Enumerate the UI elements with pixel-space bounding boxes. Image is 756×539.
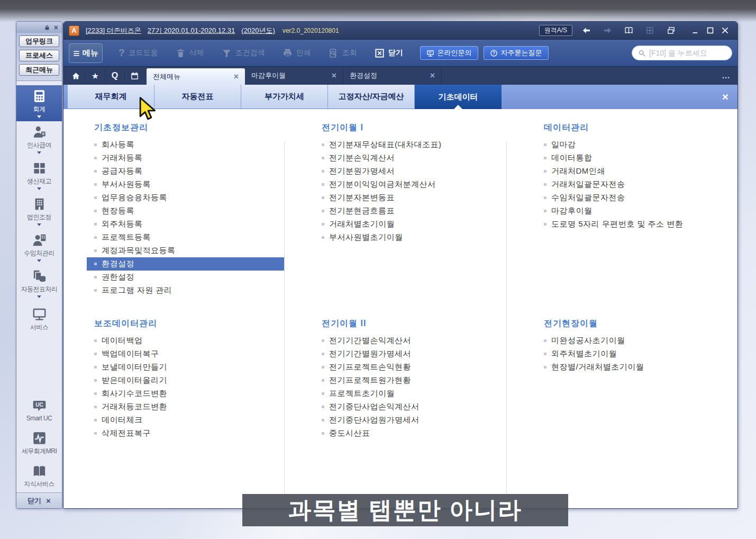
sidebar-module-calculator[interactable]: 회계 — [16, 85, 62, 121]
sidebar-module-building[interactable]: 법인조정 — [16, 193, 62, 229]
global-search[interactable] — [632, 46, 732, 60]
sidebar-button[interactable]: 프로세스 — [19, 50, 59, 61]
menu-item[interactable]: 전기기간별원가명세서 — [314, 347, 506, 361]
bullet-icon — [544, 157, 546, 159]
menu-item[interactable]: 회사기수코드변환 — [87, 387, 284, 400]
sidebar-module-uc-chat[interactable]: UCSmart UC — [16, 394, 62, 427]
menu-item[interactable]: 프로그램 자원 관리 — [87, 284, 284, 297]
menu-item[interactable]: 계정과목및적요등록 — [87, 244, 284, 257]
menu-item[interactable]: 거래처등코드변환 — [87, 400, 284, 414]
menu-item-label: 거래처DM인쇄 — [551, 166, 605, 176]
column-divider — [506, 141, 507, 495]
quick-q-icon[interactable]: Q — [105, 69, 125, 83]
menu-item[interactable]: 현장별/거래처별초기이월 — [536, 361, 737, 374]
sidebar-module-person[interactable]: 인사급여 — [16, 121, 62, 157]
menu-item[interactable]: 일마감 — [536, 138, 737, 151]
menu-item[interactable]: 전기분현금흐름표 — [314, 204, 506, 218]
category-tab[interactable]: 고정자산/자금예산 — [328, 85, 415, 109]
menu-item[interactable]: 전기중단사업손익계산서 — [314, 400, 506, 414]
sidebar-close-icon[interactable]: × — [54, 24, 58, 31]
back-icon[interactable] — [579, 25, 594, 37]
menu-item[interactable]: 전기기간별손익계산서 — [314, 334, 506, 347]
menu-item[interactable]: 환경설정 — [87, 257, 284, 271]
menu-item[interactable]: 공급자등록 — [87, 165, 284, 178]
menu-item[interactable]: 프로젝트등록 — [87, 231, 284, 244]
tab-overflow-button[interactable]: … — [714, 67, 737, 85]
menu-item[interactable]: 부서사원등록 — [87, 178, 284, 191]
sidebar-close-bar[interactable]: 닫기 × — [16, 492, 62, 508]
remote-as-button[interactable]: 원격A/S — [539, 25, 572, 36]
menu-item[interactable]: 부서사원별초기이월 — [314, 231, 506, 244]
sidebar-module-waveform[interactable]: 세무회계MRI — [16, 427, 62, 460]
menu-item[interactable]: 전기중단사업원가명세서 — [314, 414, 506, 427]
menu-item[interactable]: 회사등록 — [87, 138, 284, 151]
menu-item[interactable]: 외주처등록 — [87, 218, 284, 231]
bullet-icon — [94, 406, 97, 408]
sidebar-module-monitor[interactable]: 서비스 — [16, 301, 62, 337]
menu-item[interactable]: 수임처일괄문자전송 — [536, 191, 737, 204]
menu-item[interactable]: 삭제전표복구 — [87, 427, 284, 440]
menu-item[interactable]: 권한설정 — [87, 271, 284, 284]
toolbar-button-x-box[interactable]: 닫기 — [375, 48, 403, 58]
close-window-icon[interactable] — [717, 25, 732, 37]
menu-item[interactable]: 전기분재무상태표(대차대조표) — [314, 138, 506, 151]
category-tab[interactable]: 기초데이터 — [415, 85, 502, 109]
menu-item[interactable]: 중도시산표 — [314, 427, 506, 440]
sidebar-module-docs-database[interactable]: 자동전표처리 — [16, 265, 62, 301]
bullet-icon — [322, 157, 324, 159]
menu-item[interactable]: 보낼데이터만들기 — [87, 361, 284, 374]
menu-item[interactable]: 전기프로젝트손익현황 — [314, 361, 506, 374]
menu-item[interactable]: 전기분이익잉여금처분계산서 — [314, 178, 506, 191]
menu-item[interactable]: 전기프로젝트원가현황 — [314, 374, 506, 387]
open-book-nav-icon[interactable] — [621, 25, 636, 37]
menu-item[interactable]: 데이터백업 — [87, 334, 284, 347]
menu-item[interactable]: 도로명 5자리 우편번호 및 주소 변환 — [536, 218, 737, 231]
menu-item[interactable]: 거래처등록 — [87, 151, 284, 165]
tab-close-icon[interactable]: × — [430, 71, 435, 80]
category-tab[interactable]: 재무회계 — [68, 85, 154, 109]
menu-button[interactable]: ≡ 메뉴 — [69, 43, 103, 63]
menu-item[interactable]: 전기분자본변동표 — [314, 191, 506, 204]
menu-item[interactable]: 현장등록 — [87, 204, 284, 218]
menu-item[interactable]: 거래처DM인쇄 — [536, 165, 737, 178]
calendar-icon[interactable] — [125, 69, 144, 83]
sidebar-button[interactable]: 업무링크 — [19, 35, 59, 47]
faq-button[interactable]: 자주묻는질문 — [484, 46, 549, 60]
sidebar-module-blocks[interactable]: 생산재고 — [16, 157, 62, 193]
document-tab[interactable]: 전체메뉴× — [147, 68, 245, 85]
category-tab[interactable]: 부가가치세 — [241, 85, 328, 109]
menu-item[interactable]: 거래처일괄문자전송 — [536, 178, 737, 191]
menu-item[interactable]: 데이터통합 — [536, 151, 737, 165]
menu-item[interactable]: 업무용승용차등록 — [87, 191, 284, 204]
menu-item[interactable]: 거래처별초기이월 — [314, 218, 506, 231]
menu-item[interactable]: 프로젝트초기이월 — [314, 387, 506, 400]
menu-close-icon[interactable]: × — [713, 85, 737, 109]
document-tab[interactable]: 마감후이월× — [245, 67, 343, 85]
tab-close-icon[interactable]: × — [332, 71, 336, 80]
menu-item[interactable]: 백업데이터복구 — [87, 347, 284, 361]
home-icon[interactable] — [66, 69, 86, 83]
cascade-windows-icon[interactable] — [663, 25, 678, 37]
online-inquiry-button[interactable]: 온라인문의 — [420, 46, 478, 60]
bullet-icon — [94, 183, 97, 186]
menu-item[interactable]: 받은데이터올리기 — [87, 374, 284, 387]
minimize-icon[interactable] — [688, 25, 703, 37]
grid-view-icon[interactable] — [642, 25, 657, 37]
maximize-icon[interactable] — [703, 25, 717, 37]
bullet-icon — [94, 263, 97, 265]
forward-icon[interactable] — [600, 25, 615, 37]
document-tab[interactable]: 환경설정× — [343, 67, 442, 85]
sidebar-module-open-book[interactable]: 지식서비스 — [16, 460, 62, 492]
menu-item[interactable]: 전기분손익계산서 — [314, 151, 506, 165]
menu-item[interactable]: 외주처별초기이월 — [536, 347, 737, 361]
sidebar-module-person-building[interactable]: 수임처관리 — [16, 229, 62, 265]
favorites-star-icon[interactable]: ★ — [86, 69, 105, 83]
category-tab[interactable]: 자동전표 — [154, 85, 241, 109]
tab-close-icon[interactable]: × — [234, 73, 239, 81]
menu-item[interactable]: 전기분원가명세서 — [314, 165, 506, 178]
menu-item[interactable]: 마감후이월 — [536, 204, 737, 218]
menu-item[interactable]: 데이터체크 — [87, 414, 284, 427]
menu-item[interactable]: 미완성공사초기이월 — [536, 334, 737, 347]
search-input[interactable] — [649, 49, 726, 57]
sidebar-button[interactable]: 최근메뉴 — [19, 64, 59, 76]
